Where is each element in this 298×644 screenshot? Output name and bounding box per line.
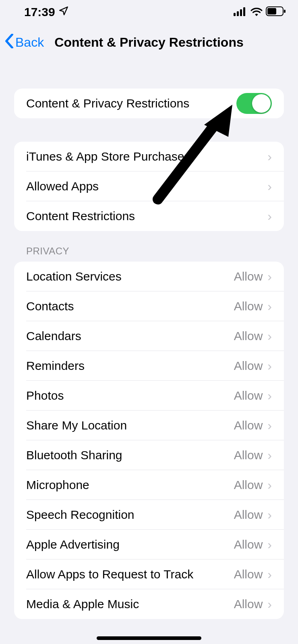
page-title: Content & Privacy Restrictions bbox=[54, 35, 243, 50]
chevron-left-icon bbox=[5, 34, 14, 51]
row-photos[interactable]: Photos Allow › bbox=[14, 381, 284, 411]
row-label: Content Restrictions bbox=[26, 209, 267, 223]
row-reminders[interactable]: Reminders Allow › bbox=[14, 351, 284, 381]
row-value: Allow bbox=[234, 448, 263, 462]
group-toggle: Content & Privacy Restrictions bbox=[14, 89, 284, 118]
row-value: Allow bbox=[234, 478, 263, 492]
nav-bar: Back Content & Privacy Restrictions bbox=[0, 24, 298, 60]
group-privacy: Location Services Allow › Contacts Allow… bbox=[14, 262, 284, 619]
svg-rect-2 bbox=[240, 9, 242, 16]
chevron-right-icon: › bbox=[267, 508, 272, 521]
status-bar: 17:39 bbox=[0, 0, 298, 24]
chevron-right-icon: › bbox=[267, 419, 272, 432]
battery-icon bbox=[266, 5, 286, 19]
group-header-privacy: PRIVACY bbox=[14, 231, 284, 262]
row-label: Allowed Apps bbox=[26, 180, 267, 193]
svg-rect-5 bbox=[267, 8, 276, 14]
row-label: Bluetooth Sharing bbox=[26, 448, 234, 462]
back-label: Back bbox=[15, 35, 44, 50]
row-value: Allow bbox=[234, 299, 263, 313]
row-value: Allow bbox=[234, 359, 263, 373]
chevron-right-icon: › bbox=[267, 449, 272, 462]
row-label: Media & Apple Music bbox=[26, 597, 234, 611]
row-label: Contacts bbox=[26, 299, 234, 313]
row-speech-recognition[interactable]: Speech Recognition Allow › bbox=[14, 500, 284, 530]
row-value: Allow bbox=[234, 389, 263, 402]
row-media-apple-music[interactable]: Media & Apple Music Allow › bbox=[14, 589, 284, 619]
row-location-services[interactable]: Location Services Allow › bbox=[14, 262, 284, 291]
row-bluetooth-sharing[interactable]: Bluetooth Sharing Allow › bbox=[14, 440, 284, 470]
svg-rect-3 bbox=[243, 7, 245, 16]
chevron-right-icon: › bbox=[267, 359, 272, 372]
row-label: Content & Privacy Restrictions bbox=[26, 97, 236, 110]
row-value: Allow bbox=[234, 329, 263, 343]
row-label: Microphone bbox=[26, 478, 234, 492]
chevron-right-icon: › bbox=[267, 300, 272, 313]
row-share-my-location[interactable]: Share My Location Allow › bbox=[14, 411, 284, 440]
status-left: 17:39 bbox=[24, 5, 69, 19]
row-microphone[interactable]: Microphone Allow › bbox=[14, 470, 284, 500]
row-allow-apps-to-track[interactable]: Allow Apps to Request to Track Allow › bbox=[14, 559, 284, 589]
row-label: Speech Recognition bbox=[26, 508, 234, 522]
row-content-restrictions[interactable]: Content Restrictions › bbox=[14, 201, 284, 231]
chevron-right-icon: › bbox=[267, 150, 272, 163]
wifi-icon bbox=[250, 5, 263, 19]
row-value: Allow bbox=[234, 270, 263, 283]
chevron-right-icon: › bbox=[267, 210, 272, 223]
status-right bbox=[234, 5, 286, 19]
chevron-right-icon: › bbox=[267, 270, 272, 283]
status-time: 17:39 bbox=[24, 5, 55, 19]
row-allowed-apps[interactable]: Allowed Apps › bbox=[14, 171, 284, 201]
chevron-right-icon: › bbox=[267, 568, 272, 581]
svg-rect-1 bbox=[237, 11, 239, 16]
row-value: Allow bbox=[234, 419, 263, 432]
row-label: Allow Apps to Request to Track bbox=[26, 568, 234, 581]
row-label: Location Services bbox=[26, 270, 234, 283]
chevron-right-icon: › bbox=[267, 598, 272, 611]
svg-rect-6 bbox=[284, 10, 286, 13]
row-label: iTunes & App Store Purchases bbox=[26, 150, 267, 163]
row-value: Allow bbox=[234, 508, 263, 522]
row-value: Allow bbox=[234, 538, 263, 551]
toggle-content-privacy[interactable] bbox=[236, 93, 272, 114]
row-label: Apple Advertising bbox=[26, 538, 234, 551]
chevron-right-icon: › bbox=[267, 389, 272, 402]
chevron-right-icon: › bbox=[267, 330, 272, 343]
chevron-right-icon: › bbox=[267, 180, 272, 193]
cellular-icon bbox=[234, 5, 247, 19]
row-content-privacy-toggle[interactable]: Content & Privacy Restrictions bbox=[14, 89, 284, 118]
row-apple-advertising[interactable]: Apple Advertising Allow › bbox=[14, 530, 284, 559]
row-label: Calendars bbox=[26, 329, 234, 343]
row-label: Reminders bbox=[26, 359, 234, 373]
row-contacts[interactable]: Contacts Allow › bbox=[14, 291, 284, 321]
row-value: Allow bbox=[234, 568, 263, 581]
row-label: Share My Location bbox=[26, 419, 234, 432]
location-icon bbox=[58, 5, 69, 19]
row-itunes-purchases[interactable]: iTunes & App Store Purchases › bbox=[14, 142, 284, 171]
chevron-right-icon: › bbox=[267, 479, 272, 491]
group-main: iTunes & App Store Purchases › Allowed A… bbox=[14, 142, 284, 231]
toggle-knob bbox=[252, 94, 271, 113]
row-calendars[interactable]: Calendars Allow › bbox=[14, 321, 284, 351]
back-button[interactable]: Back bbox=[5, 34, 44, 51]
row-value: Allow bbox=[234, 597, 263, 611]
chevron-right-icon: › bbox=[267, 538, 272, 551]
row-label: Photos bbox=[26, 389, 234, 402]
home-indicator bbox=[97, 636, 201, 640]
svg-rect-0 bbox=[234, 13, 236, 16]
